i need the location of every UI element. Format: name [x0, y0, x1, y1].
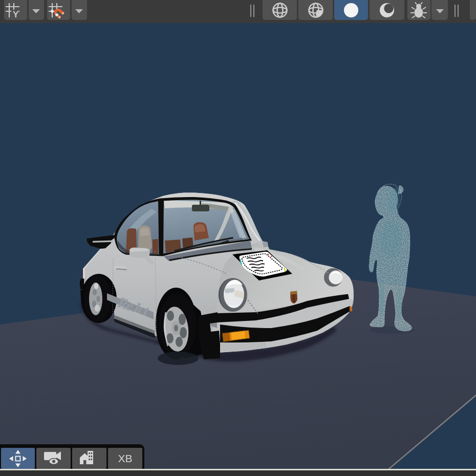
svg-text:Y: Y	[13, 10, 19, 19]
